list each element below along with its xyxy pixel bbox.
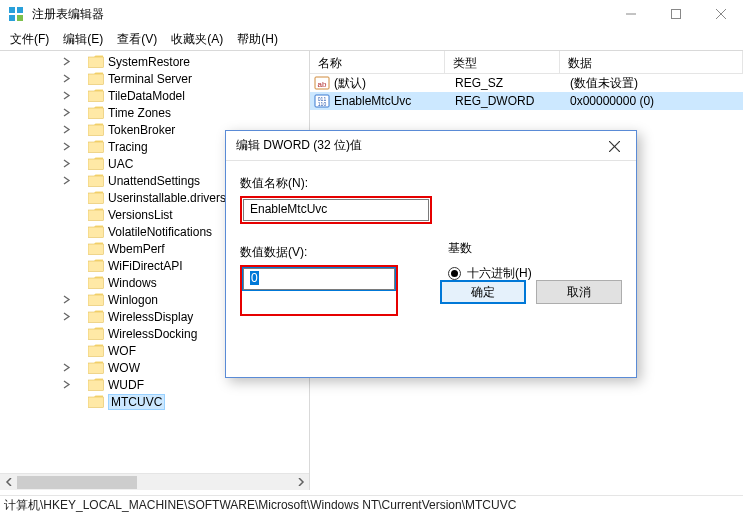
tree-item-label: WUDF xyxy=(108,378,144,392)
minimize-button[interactable] xyxy=(608,0,653,28)
list-cell-name: (默认) xyxy=(334,75,447,92)
list-cell-name: EnableMtcUvc xyxy=(334,94,447,108)
svg-rect-19 xyxy=(88,244,104,255)
window-titlebar: 注册表编辑器 xyxy=(0,0,743,28)
expand-icon[interactable] xyxy=(60,362,72,374)
column-header-name[interactable]: 名称 xyxy=(310,51,445,73)
scroll-right-button[interactable] xyxy=(292,474,309,491)
folder-icon xyxy=(88,395,104,409)
tree-item-label: MTCUVC xyxy=(108,394,165,410)
window-close-button[interactable] xyxy=(698,0,743,28)
tree-item-label: Tracing xyxy=(108,140,148,154)
tree-item-label: WOW xyxy=(108,361,140,375)
expand-icon[interactable] xyxy=(60,311,72,323)
tree-item[interactable]: WUDF xyxy=(60,376,309,393)
dialog-titlebar[interactable]: 编辑 DWORD (32 位)值 xyxy=(226,131,636,161)
svg-rect-11 xyxy=(88,108,104,119)
expand-icon[interactable] xyxy=(60,226,72,238)
value-name-input[interactable]: EnableMtcUvc xyxy=(243,199,429,221)
folder-icon xyxy=(88,225,104,239)
expand-icon[interactable] xyxy=(60,175,72,187)
value-name-label: 数值名称(N): xyxy=(240,175,622,192)
svg-rect-5 xyxy=(671,10,680,19)
value-data-input[interactable]: 0 xyxy=(243,268,395,290)
expand-icon[interactable] xyxy=(60,90,72,102)
svg-rect-9 xyxy=(88,74,104,85)
expand-icon[interactable] xyxy=(60,209,72,221)
tree-item[interactable]: SystemRestore xyxy=(60,53,309,70)
ok-button[interactable]: 确定 xyxy=(440,280,526,304)
scroll-left-button[interactable] xyxy=(0,474,17,491)
svg-rect-28 xyxy=(88,397,104,408)
svg-rect-25 xyxy=(88,346,104,357)
folder-icon xyxy=(88,242,104,256)
dialog-close-button[interactable] xyxy=(596,133,632,159)
highlight-value-data: 0 xyxy=(240,265,398,316)
menu-file[interactable]: 文件(F) xyxy=(4,29,55,50)
tree-item-label: Windows xyxy=(108,276,157,290)
expand-icon[interactable] xyxy=(60,124,72,136)
svg-rect-3 xyxy=(17,15,23,21)
tree-item[interactable]: Terminal Server xyxy=(60,70,309,87)
expand-icon[interactable] xyxy=(60,192,72,204)
tree-item-label: Winlogon xyxy=(108,293,158,307)
expand-icon[interactable] xyxy=(60,345,72,357)
folder-icon xyxy=(88,276,104,290)
menu-edit[interactable]: 编辑(E) xyxy=(57,29,109,50)
svg-rect-16 xyxy=(88,193,104,204)
expand-icon[interactable] xyxy=(60,379,72,391)
radio-icon xyxy=(448,267,461,280)
tree-item[interactable]: TileDataModel xyxy=(60,87,309,104)
column-header-data[interactable]: 数据 xyxy=(560,51,743,73)
svg-rect-10 xyxy=(88,91,104,102)
menu-help[interactable]: 帮助(H) xyxy=(231,29,284,50)
scroll-thumb[interactable] xyxy=(17,476,137,489)
menu-view[interactable]: 查看(V) xyxy=(111,29,163,50)
column-header-type[interactable]: 类型 xyxy=(445,51,560,73)
tree-horizontal-scrollbar[interactable] xyxy=(0,473,309,490)
svg-text:ab: ab xyxy=(318,80,327,89)
svg-rect-8 xyxy=(88,57,104,68)
expand-icon[interactable] xyxy=(60,328,72,340)
folder-icon xyxy=(88,174,104,188)
menu-favorites[interactable]: 收藏夹(A) xyxy=(165,29,229,50)
tree-item[interactable]: MTCUVC xyxy=(60,393,309,410)
svg-rect-0 xyxy=(9,7,15,13)
cancel-button[interactable]: 取消 xyxy=(536,280,622,304)
tree-item[interactable]: Time Zones xyxy=(60,104,309,121)
svg-text:110: 110 xyxy=(318,101,327,107)
maximize-button[interactable] xyxy=(653,0,698,28)
expand-icon[interactable] xyxy=(60,141,72,153)
statusbar-path: 计算机\HKEY_LOCAL_MACHINE\SOFTWARE\Microsof… xyxy=(4,497,516,514)
app-icon xyxy=(8,6,24,22)
folder-icon xyxy=(88,157,104,171)
expand-icon[interactable] xyxy=(60,107,72,119)
expand-icon[interactable] xyxy=(60,73,72,85)
expand-icon[interactable] xyxy=(60,243,72,255)
tree-item-label: WiFiDirectAPI xyxy=(108,259,183,273)
expand-icon[interactable] xyxy=(60,260,72,272)
list-header: 名称 类型 数据 xyxy=(310,51,743,74)
expand-icon[interactable] xyxy=(60,396,72,408)
window-title: 注册表编辑器 xyxy=(32,6,104,23)
list-row[interactable]: ab(默认)REG_SZ(数值未设置) xyxy=(310,74,743,92)
folder-icon xyxy=(88,208,104,222)
expand-icon[interactable] xyxy=(60,56,72,68)
expand-icon[interactable] xyxy=(60,158,72,170)
tree-item-label: VersionsList xyxy=(108,208,173,222)
list-row[interactable]: 011110EnableMtcUvcREG_DWORD0x00000000 (0… xyxy=(310,92,743,110)
expand-icon[interactable] xyxy=(60,277,72,289)
svg-rect-18 xyxy=(88,227,104,238)
tree-item-label: TileDataModel xyxy=(108,89,185,103)
folder-icon xyxy=(88,72,104,86)
tree-item-label: Userinstallable.drivers xyxy=(108,191,226,205)
folder-icon xyxy=(88,327,104,341)
svg-rect-24 xyxy=(88,329,104,340)
string-value-icon: ab xyxy=(314,75,330,91)
dword-value-icon: 011110 xyxy=(314,93,330,109)
tree-item-label: WirelessDisplay xyxy=(108,310,193,324)
expand-icon[interactable] xyxy=(60,294,72,306)
folder-icon xyxy=(88,378,104,392)
tree-item-label: VolatileNotifications xyxy=(108,225,212,239)
tree-item-label: Terminal Server xyxy=(108,72,192,86)
